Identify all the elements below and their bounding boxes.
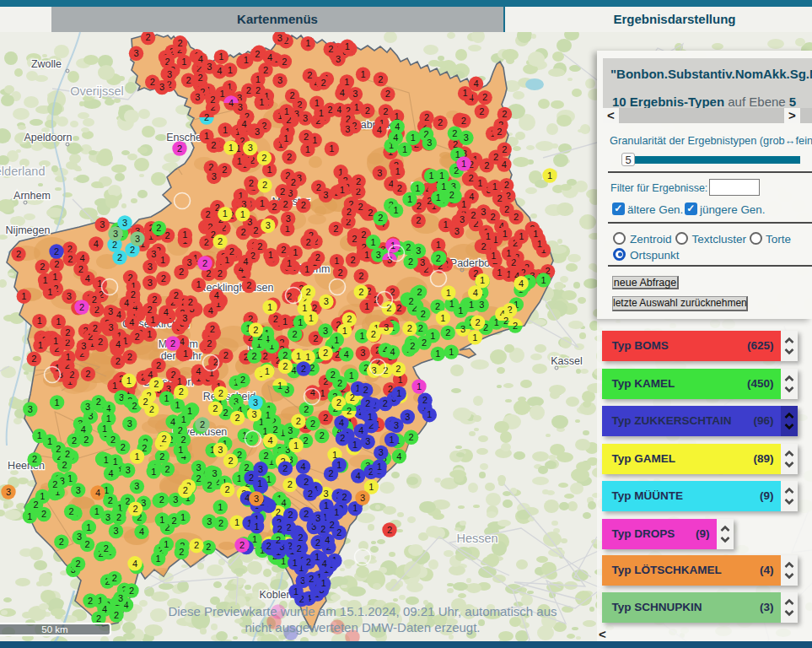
svg-text:2: 2 (40, 262, 45, 272)
svg-text:4: 4 (358, 425, 363, 435)
svg-text:1: 1 (415, 183, 420, 193)
svg-text:2: 2 (514, 212, 519, 222)
svg-text:3: 3 (105, 512, 110, 522)
svg-text:3: 3 (113, 229, 118, 239)
svg-text:2: 2 (159, 494, 164, 505)
svg-text:1: 1 (234, 517, 239, 527)
svg-text:1: 1 (497, 267, 502, 278)
svg-text:2: 2 (156, 360, 161, 370)
svg-text:3: 3 (135, 234, 140, 244)
svg-text:2: 2 (408, 296, 413, 306)
svg-text:2: 2 (424, 112, 429, 122)
svg-text:2: 2 (416, 215, 421, 225)
svg-text:4: 4 (241, 119, 246, 129)
svg-text:1: 1 (469, 300, 474, 310)
svg-text:1: 1 (429, 170, 434, 181)
svg-text:1: 1 (436, 192, 441, 202)
svg-text:3: 3 (352, 89, 358, 99)
svg-text:4: 4 (325, 535, 330, 545)
svg-text:1: 1 (368, 482, 374, 492)
svg-text:3: 3 (238, 102, 243, 112)
svg-text:2: 2 (223, 408, 229, 418)
svg-text:2: 2 (276, 535, 281, 545)
svg-text:2: 2 (449, 190, 454, 200)
svg-text:3: 3 (258, 464, 263, 474)
svg-text:2: 2 (79, 302, 84, 312)
svg-text:2: 2 (255, 49, 260, 59)
svg-text:1: 1 (396, 388, 401, 398)
svg-text:1: 1 (255, 74, 261, 84)
svg-text:2: 2 (96, 397, 101, 407)
svg-text:2: 2 (316, 182, 321, 192)
svg-text:2: 2 (153, 379, 159, 389)
svg-text:4: 4 (268, 435, 273, 446)
svg-text:3: 3 (212, 171, 217, 181)
svg-text:2: 2 (210, 324, 215, 334)
svg-text:2: 2 (310, 418, 315, 429)
svg-text:2: 2 (422, 395, 428, 405)
svg-text:1: 1 (282, 316, 288, 327)
svg-text:2: 2 (479, 106, 484, 116)
svg-text:3: 3 (81, 341, 86, 351)
svg-text:2: 2 (198, 73, 203, 83)
svg-text:2: 2 (476, 317, 481, 327)
svg-text:2: 2 (504, 180, 509, 190)
svg-text:1: 1 (359, 331, 364, 341)
svg-text:2: 2 (340, 433, 345, 443)
svg-text:2: 2 (291, 177, 296, 187)
svg-text:3: 3 (218, 445, 223, 455)
svg-text:2: 2 (406, 242, 411, 252)
svg-text:1: 1 (187, 406, 192, 416)
svg-text:2: 2 (108, 495, 113, 505)
svg-text:2: 2 (204, 112, 209, 122)
svg-text:2: 2 (482, 92, 487, 102)
svg-text:3: 3 (365, 436, 370, 446)
svg-text:2: 2 (110, 435, 116, 445)
svg-text:1: 1 (315, 552, 320, 562)
svg-text:2: 2 (65, 327, 70, 338)
svg-text:2: 2 (266, 541, 272, 551)
svg-text:2: 2 (263, 451, 268, 461)
svg-text:2: 2 (222, 165, 227, 175)
svg-text:1: 1 (287, 258, 292, 268)
svg-text:2: 2 (183, 485, 188, 495)
svg-text:1: 1 (53, 336, 58, 346)
svg-text:2: 2 (246, 85, 251, 95)
svg-text:1: 1 (407, 194, 412, 204)
svg-text:2: 2 (272, 202, 277, 212)
svg-text:1: 1 (255, 521, 260, 532)
svg-text:2: 2 (282, 199, 288, 209)
svg-text:2: 2 (218, 268, 223, 278)
svg-text:1: 1 (178, 445, 183, 455)
svg-text:2: 2 (93, 323, 98, 333)
svg-text:Gelderland: Gelderland (0, 165, 45, 178)
svg-text:1: 1 (371, 237, 376, 247)
svg-text:1: 1 (182, 230, 187, 240)
svg-text:3: 3 (196, 462, 201, 472)
svg-text:2: 2 (249, 178, 254, 188)
svg-text:3: 3 (345, 124, 350, 134)
svg-text:2: 2 (253, 325, 258, 335)
svg-text:4: 4 (229, 98, 234, 108)
svg-text:4: 4 (198, 54, 203, 64)
svg-text:2: 2 (502, 144, 507, 154)
svg-text:1: 1 (472, 332, 477, 343)
svg-text:2: 2 (133, 504, 138, 514)
svg-text:1: 1 (537, 239, 542, 249)
svg-text:2: 2 (72, 435, 77, 446)
svg-text:2: 2 (150, 77, 155, 87)
svg-text:2: 2 (162, 434, 167, 444)
svg-text:1: 1 (37, 430, 42, 440)
svg-text:2: 2 (178, 38, 183, 48)
svg-text:3: 3 (126, 465, 131, 475)
svg-text:3: 3 (248, 143, 253, 153)
svg-text:1: 1 (427, 409, 432, 419)
svg-text:1: 1 (159, 515, 164, 525)
svg-text:3: 3 (127, 418, 132, 429)
svg-text:1: 1 (102, 424, 107, 434)
svg-text:1: 1 (209, 368, 214, 378)
svg-text:2: 2 (104, 543, 109, 554)
svg-text:4: 4 (80, 253, 85, 263)
svg-text:2: 2 (240, 227, 245, 237)
svg-text:2: 2 (409, 432, 414, 442)
